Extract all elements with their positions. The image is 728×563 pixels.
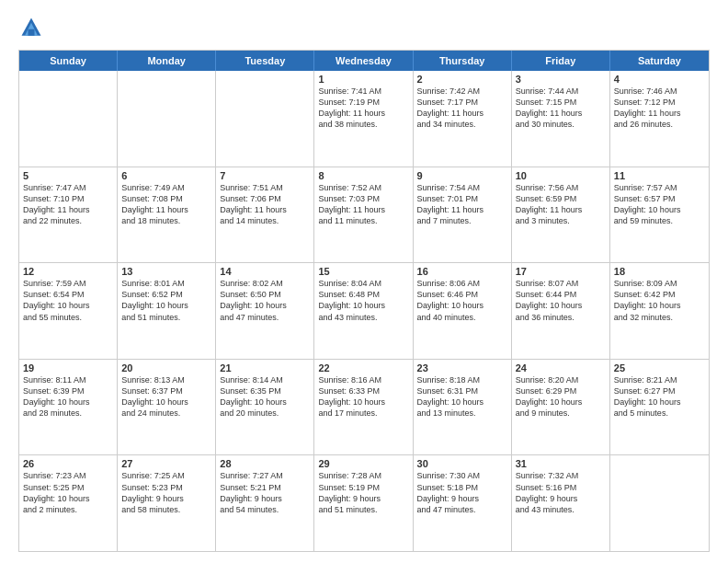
day-cell-24: 24Sunrise: 8:20 AM Sunset: 6:29 PM Dayli… (512, 360, 610, 455)
day-info: Sunrise: 7:54 AM Sunset: 7:01 PM Dayligh… (417, 182, 507, 227)
day-info: Sunrise: 7:47 AM Sunset: 7:10 PM Dayligh… (23, 182, 113, 227)
day-cell-2: 2Sunrise: 7:42 AM Sunset: 7:17 PM Daylig… (414, 71, 512, 167)
day-cell-12: 12Sunrise: 7:59 AM Sunset: 6:54 PM Dayli… (19, 263, 118, 359)
day-number: 23 (417, 362, 507, 373)
calendar-header: SundayMondayTuesdayWednesdayThursdayFrid… (19, 51, 709, 71)
day-number: 8 (318, 170, 408, 181)
day-number: 16 (417, 266, 507, 277)
day-info: Sunrise: 8:20 AM Sunset: 6:29 PM Dayligh… (516, 374, 606, 419)
calendar-row-2: 12Sunrise: 7:59 AM Sunset: 6:54 PM Dayli… (19, 262, 709, 359)
day-info: Sunrise: 7:51 AM Sunset: 7:06 PM Dayligh… (220, 182, 310, 227)
day-cell-27: 27Sunrise: 7:25 AM Sunset: 5:23 PM Dayli… (118, 455, 216, 551)
day-number: 6 (121, 170, 211, 181)
day-cell-17: 17Sunrise: 8:07 AM Sunset: 6:44 PM Dayli… (512, 263, 610, 359)
day-number: 11 (614, 170, 705, 181)
day-info: Sunrise: 8:13 AM Sunset: 6:37 PM Dayligh… (121, 374, 211, 419)
day-number: 26 (23, 458, 113, 469)
day-number: 1 (318, 74, 408, 85)
day-number: 14 (220, 266, 310, 277)
weekday-header-saturday: Saturday (610, 51, 709, 71)
day-info: Sunrise: 7:28 AM Sunset: 5:19 PM Dayligh… (318, 470, 408, 515)
day-cell-10: 10Sunrise: 7:56 AM Sunset: 6:59 PM Dayli… (512, 167, 610, 263)
day-info: Sunrise: 7:56 AM Sunset: 6:59 PM Dayligh… (516, 182, 606, 227)
weekday-header-monday: Monday (118, 51, 216, 71)
day-number: 7 (220, 170, 310, 181)
day-number: 19 (23, 362, 113, 373)
day-number: 28 (220, 458, 310, 469)
day-number: 17 (516, 266, 606, 277)
day-info: Sunrise: 7:32 AM Sunset: 5:16 PM Dayligh… (516, 470, 606, 515)
day-cell-25: 25Sunrise: 8:21 AM Sunset: 6:27 PM Dayli… (610, 360, 709, 455)
day-number: 25 (614, 362, 705, 373)
day-info: Sunrise: 7:44 AM Sunset: 7:15 PM Dayligh… (516, 86, 606, 131)
day-number: 15 (318, 266, 408, 277)
day-cell-7: 7Sunrise: 7:51 AM Sunset: 7:06 PM Daylig… (216, 167, 314, 263)
day-info: Sunrise: 7:30 AM Sunset: 5:18 PM Dayligh… (417, 470, 507, 515)
day-cell-19: 19Sunrise: 8:11 AM Sunset: 6:39 PM Dayli… (19, 360, 118, 455)
empty-cell-0-1 (118, 71, 216, 167)
day-info: Sunrise: 7:52 AM Sunset: 7:03 PM Dayligh… (318, 182, 408, 227)
weekday-header-wednesday: Wednesday (314, 51, 413, 71)
day-number: 3 (516, 74, 606, 85)
day-number: 2 (417, 74, 507, 85)
logo (18, 15, 48, 40)
day-info: Sunrise: 7:41 AM Sunset: 7:19 PM Dayligh… (318, 86, 408, 131)
header (18, 15, 710, 40)
day-number: 18 (614, 266, 705, 277)
calendar: SundayMondayTuesdayWednesdayThursdayFrid… (18, 50, 710, 552)
day-cell-28: 28Sunrise: 7:27 AM Sunset: 5:21 PM Dayli… (216, 455, 314, 551)
day-info: Sunrise: 8:01 AM Sunset: 6:52 PM Dayligh… (121, 278, 211, 323)
day-cell-8: 8Sunrise: 7:52 AM Sunset: 7:03 PM Daylig… (314, 167, 413, 263)
day-number: 13 (121, 266, 211, 277)
calendar-body: 1Sunrise: 7:41 AM Sunset: 7:19 PM Daylig… (19, 71, 709, 551)
day-cell-26: 26Sunrise: 7:23 AM Sunset: 5:25 PM Dayli… (19, 455, 118, 551)
day-info: Sunrise: 8:18 AM Sunset: 6:31 PM Dayligh… (417, 374, 507, 419)
day-cell-13: 13Sunrise: 8:01 AM Sunset: 6:52 PM Dayli… (118, 263, 216, 359)
empty-cell-0-0 (19, 71, 118, 167)
calendar-row-3: 19Sunrise: 8:11 AM Sunset: 6:39 PM Dayli… (19, 359, 709, 455)
day-cell-31: 31Sunrise: 7:32 AM Sunset: 5:16 PM Dayli… (512, 455, 610, 551)
weekday-header-sunday: Sunday (19, 51, 118, 71)
calendar-row-1: 5Sunrise: 7:47 AM Sunset: 7:10 PM Daylig… (19, 167, 709, 263)
day-info: Sunrise: 7:42 AM Sunset: 7:17 PM Dayligh… (417, 86, 507, 131)
day-cell-11: 11Sunrise: 7:57 AM Sunset: 6:57 PM Dayli… (610, 167, 709, 263)
day-info: Sunrise: 7:23 AM Sunset: 5:25 PM Dayligh… (23, 470, 113, 515)
day-cell-22: 22Sunrise: 8:16 AM Sunset: 6:33 PM Dayli… (314, 360, 413, 455)
calendar-row-0: 1Sunrise: 7:41 AM Sunset: 7:19 PM Daylig… (19, 71, 709, 167)
day-info: Sunrise: 8:07 AM Sunset: 6:44 PM Dayligh… (516, 278, 606, 323)
day-cell-3: 3Sunrise: 7:44 AM Sunset: 7:15 PM Daylig… (512, 71, 610, 167)
day-cell-16: 16Sunrise: 8:06 AM Sunset: 6:46 PM Dayli… (414, 263, 512, 359)
day-info: Sunrise: 7:27 AM Sunset: 5:21 PM Dayligh… (220, 470, 310, 515)
day-info: Sunrise: 7:46 AM Sunset: 7:12 PM Dayligh… (614, 86, 705, 131)
day-cell-18: 18Sunrise: 8:09 AM Sunset: 6:42 PM Dayli… (610, 263, 709, 359)
day-number: 4 (614, 74, 705, 85)
day-cell-4: 4Sunrise: 7:46 AM Sunset: 7:12 PM Daylig… (610, 71, 709, 167)
day-number: 12 (23, 266, 113, 277)
weekday-header-friday: Friday (512, 51, 610, 71)
day-number: 5 (23, 170, 113, 181)
day-info: Sunrise: 8:14 AM Sunset: 6:35 PM Dayligh… (220, 374, 310, 419)
empty-cell-4-6 (610, 455, 709, 551)
day-number: 29 (318, 458, 408, 469)
day-cell-14: 14Sunrise: 8:02 AM Sunset: 6:50 PM Dayli… (216, 263, 314, 359)
day-info: Sunrise: 7:59 AM Sunset: 6:54 PM Dayligh… (23, 278, 113, 323)
day-cell-29: 29Sunrise: 7:28 AM Sunset: 5:19 PM Dayli… (314, 455, 413, 551)
day-cell-9: 9Sunrise: 7:54 AM Sunset: 7:01 PM Daylig… (414, 167, 512, 263)
day-info: Sunrise: 8:21 AM Sunset: 6:27 PM Dayligh… (614, 374, 705, 419)
day-cell-15: 15Sunrise: 8:04 AM Sunset: 6:48 PM Dayli… (314, 263, 413, 359)
day-info: Sunrise: 8:06 AM Sunset: 6:46 PM Dayligh… (417, 278, 507, 323)
weekday-header-thursday: Thursday (414, 51, 512, 71)
day-cell-6: 6Sunrise: 7:49 AM Sunset: 7:08 PM Daylig… (118, 167, 216, 263)
day-info: Sunrise: 7:57 AM Sunset: 6:57 PM Dayligh… (614, 182, 705, 227)
logo-icon (18, 15, 44, 40)
day-cell-21: 21Sunrise: 8:14 AM Sunset: 6:35 PM Dayli… (216, 360, 314, 455)
day-number: 31 (516, 458, 606, 469)
day-cell-1: 1Sunrise: 7:41 AM Sunset: 7:19 PM Daylig… (314, 71, 413, 167)
day-cell-23: 23Sunrise: 8:18 AM Sunset: 6:31 PM Dayli… (414, 360, 512, 455)
weekday-header-tuesday: Tuesday (216, 51, 314, 71)
day-number: 27 (121, 458, 211, 469)
svg-rect-2 (28, 29, 35, 36)
day-info: Sunrise: 7:25 AM Sunset: 5:23 PM Dayligh… (121, 470, 211, 515)
day-number: 30 (417, 458, 507, 469)
day-info: Sunrise: 8:02 AM Sunset: 6:50 PM Dayligh… (220, 278, 310, 323)
